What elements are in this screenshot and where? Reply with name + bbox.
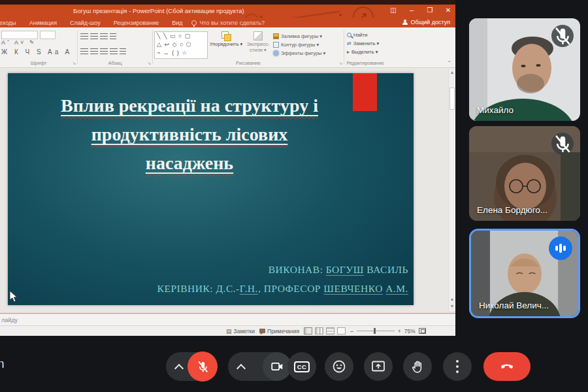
zoom-in-icon[interactable]: + (398, 328, 401, 335)
arrange-button[interactable]: Упорядочить ▾ (209, 31, 243, 59)
mic-muted-badge (551, 133, 574, 155)
participant-tile-active-speaker[interactable]: Николай Велич... (469, 229, 580, 318)
smiley-icon (331, 359, 347, 374)
font-style-buttons[interactable]: Ж К Ч S Aa A (1, 48, 77, 56)
indent-icon[interactable] (100, 33, 108, 40)
fit-to-window-icon[interactable] (419, 328, 426, 334)
shape-effects-icon (273, 50, 279, 56)
participant-name: Николай Велич... (479, 301, 549, 310)
group-label-paragraph: Абзац (78, 60, 152, 66)
font-name-dropdown[interactable] (1, 31, 38, 39)
line-spacing-icon[interactable] (110, 33, 116, 40)
participant-name: Михайло (477, 105, 514, 115)
tab-transitions[interactable]: реходы (0, 20, 23, 26)
restore-icon[interactable]: ❐ (425, 7, 434, 14)
ribbon-tab-row: реходы Анимация Слайд-шоу Рецензирование… (0, 18, 455, 27)
tab-slideshow[interactable]: Слайд-шоу (63, 20, 107, 26)
participant-tile[interactable]: Елена Бордюго... (469, 126, 580, 221)
group-label-editing: Редактирование (344, 60, 386, 66)
slide-nav-buttons[interactable]: ▲ ▼ (449, 295, 455, 310)
notes-toggle[interactable]: ▤ Заметки (226, 328, 255, 335)
view-reading-icon[interactable] (326, 327, 335, 335)
view-slide-sorter-icon[interactable] (315, 327, 323, 335)
collapse-ribbon-icon[interactable]: ⌃ (447, 60, 451, 66)
font-size-dropdown[interactable] (40, 31, 56, 39)
captions-icon: CC (294, 361, 310, 372)
view-slideshow-icon[interactable] (337, 327, 346, 335)
shape-fill-button[interactable]: Заливка фигуры ▾ (273, 32, 336, 41)
bullets-icon[interactable] (80, 33, 88, 40)
more-options-icon (456, 360, 459, 373)
numbering-icon[interactable] (90, 33, 98, 40)
camera-icon (270, 359, 284, 374)
close-icon[interactable]: ✕ (444, 7, 453, 14)
ribbon-display-options-icon[interactable]: ◫ (389, 7, 398, 14)
powerpoint-window: Богуш презентація - PowerPoint (Сбой акт… (0, 0, 455, 336)
align-center-icon[interactable] (90, 48, 98, 55)
align-buttons[interactable] (78, 46, 152, 57)
zoom-slider[interactable] (357, 331, 395, 331)
slide[interactable]: Вплив рекреації на структуру і продуктив… (8, 73, 414, 305)
replace-icon: ⇄ (347, 41, 351, 46)
notes-pane[interactable]: лайду (0, 314, 455, 325)
next-slide-icon[interactable]: ▼ (449, 302, 455, 310)
tell-me-search[interactable]: Что вы хотите сделать? (191, 20, 265, 26)
window-title: Богуш презентація - PowerPoint (Сбой акт… (73, 7, 244, 14)
more-options-button[interactable] (443, 352, 472, 381)
credit-line-1: ВИКОНАВ: БОГУШ ВАСИЛЬ (34, 260, 408, 279)
participant-tile[interactable]: Михайло (469, 18, 580, 121)
previous-slide-icon[interactable]: ▲ (449, 295, 455, 302)
quick-styles-button[interactable]: Экспресс- стили ▾ (243, 31, 273, 59)
captions-button[interactable]: CC (287, 352, 316, 381)
shape-fill-icon (273, 33, 279, 39)
slide-red-accent-shape (353, 73, 377, 111)
titlebar[interactable]: Богуш презентація - PowerPoint (Сбой акт… (0, 5, 455, 18)
zoom-slider-thumb[interactable] (374, 328, 376, 334)
tab-animation[interactable]: Анимация (23, 20, 63, 26)
notes-placeholder-fragment: лайду (1, 317, 18, 323)
end-call-button[interactable] (483, 352, 531, 381)
tab-view[interactable]: Вид (165, 20, 189, 26)
shape-effects-button[interactable]: Эффекты фигуры ▾ (273, 49, 336, 57)
mic-muted-button[interactable] (188, 351, 218, 382)
replace-button[interactable]: ⇄ Заменить ▾ (347, 39, 386, 48)
ribbon-group-drawing: ╲ ╲ ▭ ○ ▢ △ ↩ ◇ ○ ⬡ ~ ↔ ( ) ☆ Упорядочит… (153, 27, 344, 67)
zoom-out-icon[interactable]: – (350, 328, 353, 335)
slide-title[interactable]: Вплив рекреації на структуру і продуктив… (27, 91, 351, 178)
present-screen-button[interactable] (364, 352, 393, 381)
font-size-buttons[interactable]: Aˆ A˅ ✎ (1, 39, 77, 46)
zoom-level[interactable]: 75% (404, 328, 416, 335)
justify-icon[interactable] (110, 48, 118, 55)
list-buttons[interactable] (78, 31, 152, 42)
ribbon: Aˆ A˅ ✎ Ж К Ч S Aa A Шрифт ↘ Абзац ↘ ╲ ╲… (0, 27, 455, 68)
scroll-up-icon[interactable]: ▲ (449, 70, 455, 74)
share-button[interactable]: Общий доступ (402, 19, 450, 25)
minimize-icon[interactable]: – (407, 7, 416, 14)
comments-toggle[interactable]: Примечания (259, 328, 299, 335)
shapes-gallery[interactable]: ╲ ╲ ▭ ○ ▢ △ ↩ ◇ ○ ⬡ ~ ↔ ( ) ☆ (154, 31, 208, 59)
align-left-icon[interactable] (80, 48, 88, 55)
align-right-icon[interactable] (100, 48, 108, 55)
view-normal-icon[interactable] (304, 327, 312, 335)
reactions-button[interactable] (325, 352, 353, 381)
camera-options-chevron-icon[interactable] (238, 363, 244, 370)
slide-credits[interactable]: ВИКОНАВ: БОГУШ ВАСИЛЬ КЕРІВНИК: Д.С.-Г.Н… (34, 260, 408, 298)
dialog-launcher-icon[interactable]: ↘ (72, 61, 76, 66)
shape-outline-button[interactable]: Контур фигуры ▾ (273, 41, 336, 49)
scrollbar-thumb[interactable] (449, 88, 455, 110)
mic-options-chevron-icon[interactable] (176, 363, 182, 370)
comments-icon (259, 329, 265, 333)
select-button[interactable]: ▸ Выделить ▾ (347, 48, 386, 56)
columns-icon[interactable] (120, 48, 126, 55)
vertical-scrollbar[interactable]: ▲ ▲ ▼ (448, 69, 455, 311)
mic-off-icon (196, 360, 210, 374)
tab-review[interactable]: Рецензирование (107, 20, 166, 26)
mouse-cursor-icon (9, 290, 18, 303)
dialog-launcher-icon[interactable]: ↘ (338, 61, 342, 66)
lightbulb-icon (191, 20, 197, 25)
raise-hand-icon (410, 359, 425, 374)
raise-hand-button[interactable] (403, 352, 432, 381)
find-button[interactable]: Найти (347, 31, 386, 39)
titlebar-decoration-arrow-circle (353, 7, 374, 18)
dialog-launcher-icon[interactable]: ↘ (147, 61, 151, 66)
